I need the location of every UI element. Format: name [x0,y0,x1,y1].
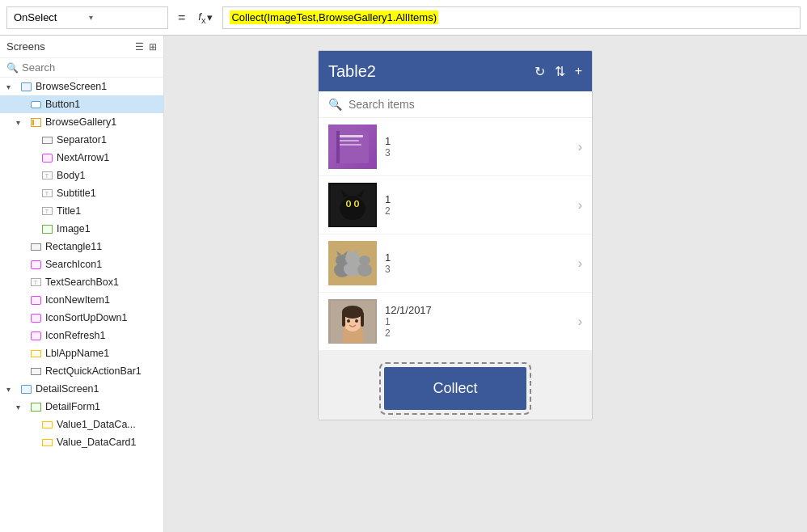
tree-item-browsescreen1[interactable]: ▾ BrowseScreen1 [0,78,163,95]
tree-icon-value_datacard1 [40,436,53,449]
fx-label: fx [198,11,205,25]
list-view-icon[interactable]: ☰ [135,41,144,53]
tree-icon-textsearchbox1: T [29,276,42,289]
tree-icon-rectquickactionbar1 [29,365,42,378]
tree-label-textsearchbox1: TextSearchBox1 [45,277,157,288]
gallery-item-1-line1: 1 [385,135,570,147]
gallery-item-4[interactable]: 12/1/2017 1 2 › [319,293,592,351]
gallery-item-2-line2: 2 [385,205,570,217]
tree-item-value1_dataca[interactable]: Value1_DataCa... [0,416,163,433]
gallery-item-2[interactable]: 1 2 › [319,176,592,234]
expand-icon: ▾ [6,82,16,91]
sort-button[interactable]: ⇅ [555,64,565,79]
tree-label-subtitle1: Subtitle1 [57,188,157,199]
tree-icon-button1 [29,98,42,111]
tree-icon-searchicon1 [29,258,42,271]
expand-icon: ▾ [16,118,26,127]
thumb-kittens-image [328,241,377,285]
tree-item-detailscreen1[interactable]: ▾ DetailScreen1 [0,380,163,398]
tree-icon-separator1 [40,133,53,146]
tree-icon-browsescreen1 [19,80,32,93]
gallery-item-1-line2: 3 [385,147,570,158]
tree-item-iconsortupdown1[interactable]: IconSortUpDown1 [0,309,163,327]
tree-icon-rectangle11 [29,240,42,253]
table-actions: ↻ ⇅ + [534,64,582,79]
grid-view-icon[interactable]: ⊞ [149,41,157,53]
tree-item-button1[interactable]: Button1 [0,95,163,113]
tree-item-iconrefresh1[interactable]: IconRefresh1 [0,327,163,344]
sidebar-header: Screens ☰ ⊞ [0,36,163,58]
formula-dropdown-label: OnSelect [14,11,86,23]
tree-icon-image1 [40,222,53,235]
thumb-cat-image [328,183,377,227]
tree-label-value1_dataca: Value1_DataCa... [57,419,157,430]
svg-point-20 [359,255,370,265]
gallery-item-3[interactable]: 1 3 › [319,234,592,293]
top-bar: OnSelect ▾ = fx ▾ Collect(ImageTest,Brow… [0,0,807,36]
svg-rect-2 [339,140,359,141]
tree-label-detailform1: DetailForm1 [45,401,157,412]
tree-item-textsearchbox1[interactable]: T TextSearchBox1 [0,273,163,291]
gallery-item-1-chevron: › [578,140,582,154]
screen-tree: ▾ BrowseScreen1 Button1 ▾ BrowseGallery1… [0,78,163,532]
svg-point-31 [347,319,350,323]
svg-point-19 [345,252,360,265]
gallery-item-1[interactable]: 1 3 › [319,118,592,176]
tree-item-image1[interactable]: Image1 [0,220,163,238]
tree-icon-nextarrow1 [40,151,53,164]
tree-icon-value1_dataca [40,418,53,431]
sidebar-search-input[interactable] [22,61,158,74]
tree-item-browsegallery1[interactable]: ▾ BrowseGallery1 [0,113,163,131]
gallery-search-icon: 🔍 [328,98,342,111]
tree-label-lblappname1: LblAppName1 [45,348,157,359]
gallery-item-2-info: 1 2 [385,193,570,217]
gallery-list: 1 3 › [319,118,592,351]
table-header: Table2 ↻ ⇅ + [319,51,592,91]
search-icon: 🔍 [6,62,19,74]
fx-button[interactable]: fx ▾ [195,11,216,25]
tree-item-separator1[interactable]: Separator1 [0,131,163,149]
tree-item-body1[interactable]: T Body1 [0,167,163,184]
tree-icon-subtitle1: T [40,187,53,200]
tree-item-detailform1[interactable]: ▾ DetailForm1 [0,398,163,416]
tree-icon-browsegallery1 [29,116,42,129]
sidebar-title: Screens [6,40,45,53]
gallery-item-4-info: 12/1/2017 1 2 [385,304,570,339]
gallery-search-input[interactable] [349,98,582,111]
tree-item-rectquickactionbar1[interactable]: RectQuickActionBar1 [0,362,163,380]
collect-button[interactable]: Collect [384,367,526,410]
formula-bar[interactable]: Collect(ImageTest,BrowseGallery1.AllItem… [222,6,801,29]
tree-item-rectangle11[interactable]: Rectangle11 [0,238,163,255]
canvas-area: Table2 ↻ ⇅ + 🔍 [164,36,807,532]
gallery-item-4-line2b: 2 [385,327,570,339]
sidebar-header-icons: ☰ ⊞ [135,41,157,53]
tree-item-subtitle1[interactable]: T Subtitle1 [0,184,163,202]
tree-label-nextarrow1: NextArrow1 [57,152,157,163]
formula-dropdown[interactable]: OnSelect ▾ [6,6,168,29]
gallery-item-3-line2: 3 [385,264,570,275]
tree-item-value_datacard1[interactable]: Value_DataCard1 [0,433,163,451]
gallery-item-3-line1: 1 [385,251,570,264]
tree-icon-iconnewitem1 [29,293,42,306]
tree-label-button1: Button1 [45,99,157,110]
tree-item-nextarrow1[interactable]: NextArrow1 [0,149,163,167]
tree-item-title1[interactable]: T Title1 [0,202,163,220]
gallery-item-4-line1: 12/1/2017 [385,304,570,316]
svg-rect-29 [342,312,345,327]
formula-text: Collect(ImageTest,BrowseGallery1.AllItem… [230,11,438,24]
tree-item-lblappname1[interactable]: LblAppName1 [0,344,163,362]
tree-icon-lblappname1 [29,347,42,360]
tree-label-iconnewitem1: IconNewItem1 [45,294,157,306]
svg-point-13 [355,201,357,206]
tree-item-searchicon1[interactable]: SearchIcon1 [0,255,163,273]
refresh-button[interactable]: ↻ [534,64,545,79]
add-button[interactable]: + [575,64,582,78]
thumb-girl-image [328,299,377,344]
svg-rect-3 [339,144,361,146]
tree-item-iconnewitem1[interactable]: IconNewItem1 [0,291,163,309]
equals-sign: = [175,11,188,25]
svg-point-32 [355,319,358,323]
svg-point-17 [357,264,372,277]
tree-label-searchicon1: SearchIcon1 [45,259,157,270]
gallery-thumb-2 [328,183,377,227]
